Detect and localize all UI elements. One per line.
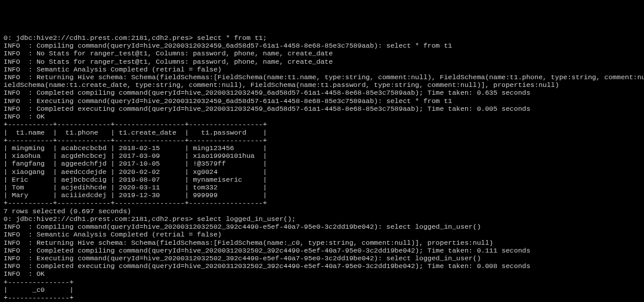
- terminal-line: | mingming | acabcecbcbd | 2018-02-15 | …: [4, 144, 640, 152]
- terminal-line: +---------------+: [4, 278, 640, 286]
- terminal-line: ieldSchema(name:t1.create_date, type:str…: [4, 81, 640, 89]
- terminal-line: 7 rows selected (0.697 seconds): [4, 207, 640, 215]
- terminal-line: 0: jdbc:hive2://cdh1.prest.com:2181,cdh2…: [4, 34, 640, 42]
- terminal-line: +-----------+-------------+-------------…: [4, 120, 640, 128]
- terminal-line: INFO : Semantic Analysis Completed (retr…: [4, 231, 640, 238]
- terminal-line: INFO : Completed compiling command(query…: [4, 89, 640, 96]
- terminal-line: +-----------+-------------+-------------…: [4, 136, 640, 144]
- terminal-line: INFO : Completed executing command(query…: [4, 262, 640, 270]
- terminal-line: INFO : No Stats for ranger_test@t1, Colu…: [4, 49, 640, 57]
- terminal-line: | Eric | aejbcbcdcig | 2019-08-07 | myna…: [4, 176, 640, 183]
- terminal-line: | xiaohua | acgdehcbcej | 2017-03-09 | x…: [4, 152, 640, 160]
- terminal-line: INFO : Completed executing command(query…: [4, 105, 640, 113]
- terminal-line: INFO : Returning Hive schema: Schema(fie…: [4, 239, 640, 247]
- terminal-line: INFO : OK: [4, 113, 640, 120]
- terminal-line: INFO : Returning Hive schema: Schema(fie…: [4, 73, 640, 81]
- terminal-line: | xiaogang | aeedccdejde | 2020-02-02 | …: [4, 168, 640, 176]
- terminal-line: 0: jdbc:hive2://cdh1.prest.com:2181,cdh2…: [4, 215, 640, 223]
- terminal-line: | t1.name | t1.phone | t1.create_date | …: [4, 129, 640, 136]
- terminal-line: INFO : Compiling command(queryId=hive_20…: [4, 42, 640, 49]
- terminal-line: | fangfang | aggeedchfjd | 2017-10-05 | …: [4, 160, 640, 167]
- terminal-line: INFO : No Stats for ranger_test@t1, Colu…: [4, 58, 640, 66]
- terminal-line: INFO : Completed compiling command(query…: [4, 247, 640, 254]
- terminal-line: INFO : Compiling command(queryId=hive_20…: [4, 223, 640, 231]
- terminal-line: INFO : OK: [4, 270, 640, 278]
- terminal-line: INFO : Executing command(queryId=hive_20…: [4, 254, 640, 262]
- terminal-line: INFO : Semantic Analysis Completed (retr…: [4, 66, 640, 73]
- terminal-line: | Tom | acjedihhcde | 2020-03-11 | tom33…: [4, 183, 640, 191]
- terminal-line: | _c0 |: [4, 286, 640, 294]
- terminal-line: +-----------+-------------+-------------…: [4, 199, 640, 207]
- terminal-output[interactable]: 0: jdbc:hive2://cdh1.prest.com:2181,cdh2…: [4, 34, 640, 302]
- terminal-line: +---------------+: [4, 294, 640, 301]
- terminal-line: | Mary | aciiiedcdej | 2019-12-30 | 9999…: [4, 191, 640, 199]
- terminal-line: INFO : Executing command(queryId=hive_20…: [4, 97, 640, 105]
